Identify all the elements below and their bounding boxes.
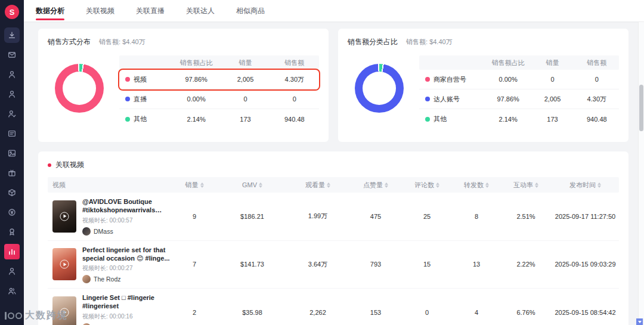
views-value: 1.99万 xyxy=(286,212,350,221)
col-shares[interactable]: 转发数 xyxy=(453,181,500,190)
sidebar-icon-list xyxy=(4,27,20,299)
table-row-other: 其他 2.14% 173 940.48 xyxy=(419,109,619,129)
legend-label: 其他 xyxy=(434,114,447,123)
user-icon[interactable] xyxy=(4,67,20,82)
legend-dot xyxy=(125,97,130,101)
sales-category-donut-chart xyxy=(355,64,404,113)
play-icon xyxy=(60,212,69,221)
table-row-video[interactable]: 视频 97.86% 2,005 4.30万 xyxy=(119,70,319,89)
engagement-value: 2.51% xyxy=(500,213,552,220)
likes-value: 793 xyxy=(350,261,401,268)
table-row-other: 其他 2.14% 173 940.48 xyxy=(119,109,319,129)
legend-label: 达人账号 xyxy=(434,95,460,104)
video-thumbnail[interactable] xyxy=(52,296,76,325)
main-area: 数据分析 关联视频 关联直播 关联达人 相似商品 销售方式分布 销售额: $4.… xyxy=(24,0,644,325)
scroll-down-button[interactable] xyxy=(636,318,643,325)
video-title[interactable]: Perfect lingerie set for that special oc… xyxy=(82,246,170,263)
sales-method-table: 销售额占比 销量 销售额 视频 97.86% 2,005 4.30万 xyxy=(119,55,319,129)
table-header: 销售额占比 销量 销售额 xyxy=(419,55,619,70)
tab-data-analysis[interactable]: 数据分析 xyxy=(36,0,64,22)
shares-value: 8 xyxy=(453,213,500,220)
col-likes[interactable]: 点赞量 xyxy=(350,181,401,190)
legend-dot xyxy=(425,77,430,82)
sort-icon xyxy=(436,182,439,188)
col-sales[interactable]: 销量 xyxy=(170,181,219,190)
comments-value: 15 xyxy=(401,261,453,268)
sort-icon xyxy=(535,182,538,188)
card-subtitle: 销售额: $4.40万 xyxy=(99,38,145,47)
table-row-merchant: 商家自营号 0.00% 0 0 xyxy=(419,70,619,89)
users-icon[interactable] xyxy=(4,283,20,299)
col-gmv[interactable]: GMV xyxy=(219,181,286,188)
sort-icon xyxy=(259,182,262,188)
table-row-live: 直播 0.00% 0 0 xyxy=(119,89,319,109)
tab-related-lives[interactable]: 关联直播 xyxy=(136,0,165,22)
avatar[interactable] xyxy=(82,275,91,283)
tab-related-videos[interactable]: 关联视频 xyxy=(86,0,114,22)
user-check-icon[interactable] xyxy=(4,106,20,122)
tab-related-influencers[interactable]: 关联达人 xyxy=(186,0,215,22)
video-thumbnail[interactable] xyxy=(52,200,76,233)
tab-similar-products[interactable]: 相似商品 xyxy=(236,0,265,22)
sort-icon xyxy=(200,182,204,188)
views-value: 2,262 xyxy=(286,309,350,316)
table-row: Perfect lingerie set for that special oc… xyxy=(48,241,619,289)
videos-table-header: 视频 销量 GMV 观看量 点赞量 评论数 转发数 互动率 发布时间 xyxy=(48,177,619,193)
box-icon[interactable] xyxy=(4,185,20,200)
comments-value: 0 xyxy=(401,309,453,316)
download-icon[interactable] xyxy=(4,27,20,43)
image-icon[interactable] xyxy=(4,146,20,161)
app-logo[interactable]: S xyxy=(5,5,19,19)
likes-value: 475 xyxy=(350,213,401,220)
card-subtitle: 销售额: $4.40万 xyxy=(406,38,453,47)
table-row: Lingerie Set □ #lingerie #lingerieset 视频… xyxy=(48,289,619,325)
user-icon[interactable] xyxy=(4,264,20,279)
chart-icon[interactable] xyxy=(4,244,20,259)
legend-dot xyxy=(125,117,130,122)
card-title: 销售方式分布 xyxy=(48,37,91,47)
app-root: S xyxy=(0,0,644,325)
video-duration: 视频时长: 00:00:57 xyxy=(82,216,170,225)
col-comments[interactable]: 评论数 xyxy=(401,181,453,190)
col-video: 视频 xyxy=(48,181,170,190)
gmv-value: $186.21 xyxy=(219,213,286,220)
legend-dot xyxy=(125,77,130,82)
publish-time-value: 2025-09-15 08:54:42 xyxy=(552,309,619,316)
col-views[interactable]: 观看量 xyxy=(286,181,350,190)
coin-icon[interactable] xyxy=(4,205,20,220)
shares-value: 13 xyxy=(453,261,500,268)
sales-method-card: 销售方式分布 销售额: $4.40万 销售额占比 销量 销售额 xyxy=(38,29,329,142)
col-publish-time[interactable]: 发布时间 xyxy=(552,181,619,190)
video-title[interactable]: @AVIDLOVE Boutique #tiktokshopnewarrival… xyxy=(82,197,170,215)
avatar[interactable] xyxy=(82,227,91,236)
video-thumbnail[interactable] xyxy=(52,248,76,280)
author-name[interactable]: DMass xyxy=(94,228,113,235)
sales-value: 7 xyxy=(170,261,219,268)
vertical-scrollbar[interactable] xyxy=(638,22,644,318)
medal-icon[interactable] xyxy=(4,224,20,240)
gift-icon[interactable] xyxy=(4,165,20,181)
sort-icon xyxy=(327,182,330,188)
sales-value: 9 xyxy=(170,213,219,220)
sales-category-card: 销售额分类占比 销售额: $4.40万 销售额占比 销量 销售额 xyxy=(338,29,628,142)
video-title[interactable]: Lingerie Set □ #lingerie #lingerieset xyxy=(82,293,170,311)
play-icon xyxy=(60,308,69,317)
sort-icon xyxy=(485,182,489,188)
section-bullet-icon xyxy=(48,163,51,167)
author-name[interactable]: The Rodz xyxy=(94,276,121,283)
card-title: 销售额分类占比 xyxy=(348,37,398,47)
table-row-influencer: 达人账号 97.86% 2,005 4.30万 xyxy=(419,89,619,109)
shares-value: 4 xyxy=(453,309,500,316)
sort-icon xyxy=(385,182,388,188)
views-value: 3.64万 xyxy=(286,260,350,269)
user-icon[interactable] xyxy=(4,86,20,102)
scrollbar-thumb[interactable] xyxy=(639,85,643,131)
legend-dot xyxy=(425,117,430,122)
mail-icon[interactable] xyxy=(4,47,20,63)
comments-value: 25 xyxy=(401,213,453,220)
id-card-icon[interactable] xyxy=(4,126,20,141)
content-area: 销售方式分布 销售额: $4.40万 销售额占比 销量 销售额 xyxy=(24,21,644,325)
sales-method-donut-chart xyxy=(55,64,104,113)
sales-value: 2 xyxy=(170,309,219,316)
col-engagement[interactable]: 互动率 xyxy=(500,181,552,190)
